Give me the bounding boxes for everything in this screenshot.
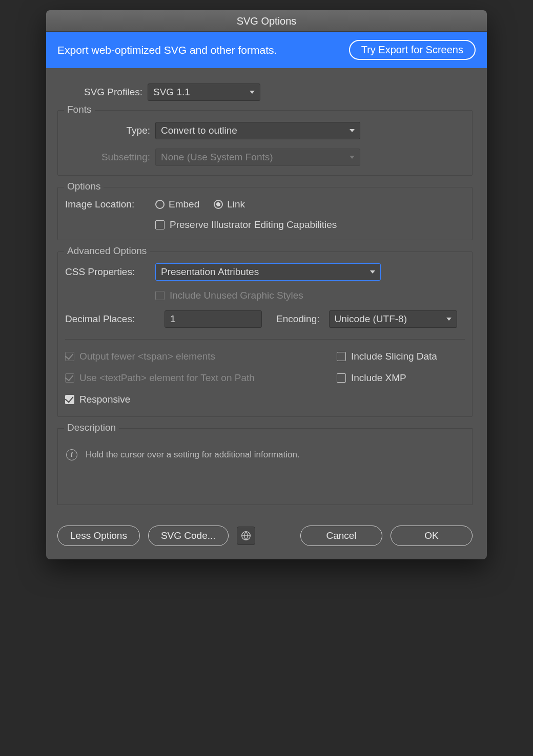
fonts-subsetting-select: None (Use System Fonts) [155, 149, 360, 166]
radio-icon [155, 200, 165, 209]
include-unused-styles-checkbox: Include Unused Graphic Styles [155, 290, 303, 301]
include-slicing-data-checkbox[interactable]: Include Slicing Data [337, 351, 465, 362]
checkbox-checked-icon [65, 352, 74, 361]
css-properties-label: CSS Properties: [65, 266, 155, 278]
description-hint: Hold the cursor over a setting for addit… [86, 450, 300, 460]
description-fieldset: Description i Hold the cursor over a set… [57, 428, 473, 505]
encoding-label: Encoding: [276, 313, 320, 325]
cancel-button[interactable]: Cancel [300, 526, 382, 546]
divider [65, 339, 465, 340]
dialog-footer: Less Options SVG Code... Cancel OK [57, 526, 473, 546]
fonts-type-value: Convert to outline [161, 125, 237, 136]
svg-profiles-select[interactable]: SVG 1.1 [148, 83, 260, 101]
advanced-options-fieldset: Advanced Options CSS Properties: Present… [57, 251, 473, 417]
encoding-select[interactable]: Unicode (UTF-8) [329, 310, 457, 328]
svg-profiles-value: SVG 1.1 [153, 87, 190, 98]
encoding-value: Unicode (UTF-8) [335, 313, 407, 325]
output-fewer-tspan-checkbox: Output fewer <tspan> elements [65, 351, 255, 362]
include-xmp-label: Include XMP [351, 372, 406, 384]
chevron-down-icon [350, 156, 355, 159]
preserve-editing-label: Preserve Illustrator Editing Capabilitie… [170, 219, 337, 230]
fonts-subsetting-label: Subsetting: [65, 152, 155, 163]
export-banner: Export web-optimized SVG and other forma… [46, 32, 487, 68]
description-legend: Description [64, 422, 119, 433]
less-options-button[interactable]: Less Options [57, 526, 140, 546]
include-unused-label: Include Unused Graphic Styles [170, 290, 303, 301]
include-slicing-label: Include Slicing Data [351, 351, 437, 362]
banner-text: Export web-optimized SVG and other forma… [57, 44, 277, 56]
options-legend: Options [64, 181, 104, 192]
ok-button[interactable]: OK [391, 526, 473, 546]
checkbox-icon [337, 373, 346, 383]
try-export-for-screens-button[interactable]: Try Export for Screens [349, 40, 476, 60]
include-xmp-checkbox[interactable]: Include XMP [337, 372, 465, 384]
chevron-down-icon [250, 91, 255, 94]
advanced-legend: Advanced Options [64, 245, 150, 257]
css-properties-select[interactable]: Presentation Attributes [155, 263, 381, 281]
preserve-editing-checkbox[interactable]: Preserve Illustrator Editing Capabilitie… [155, 219, 337, 230]
decimal-places-input[interactable] [165, 310, 262, 328]
checkbox-icon [337, 352, 346, 361]
decimal-places-label: Decimal Places: [65, 313, 155, 325]
dialog-title: SVG Options [237, 15, 297, 27]
dialog-body: SVG Profiles: SVG 1.1 Fonts Type: Conver… [46, 68, 487, 559]
globe-icon [240, 530, 252, 541]
chevron-down-icon [370, 270, 375, 274]
link-label: Link [227, 199, 245, 210]
css-properties-value: Presentation Attributes [161, 266, 259, 278]
preview-in-browser-button[interactable] [237, 527, 255, 545]
checkbox-checked-icon [65, 373, 74, 383]
image-location-label: Image Location: [65, 199, 155, 210]
fonts-type-select[interactable]: Convert to outline [155, 122, 360, 139]
checkbox-icon [155, 291, 165, 300]
responsive-label: Responsive [79, 394, 130, 405]
chevron-down-icon [350, 129, 355, 132]
use-textpath-checkbox: Use <textPath> element for Text on Path [65, 372, 255, 384]
fonts-subsetting-value: None (Use System Fonts) [161, 152, 273, 163]
fonts-type-label: Type: [65, 125, 155, 136]
responsive-checkbox[interactable]: Responsive [65, 394, 255, 405]
image-location-link-radio[interactable]: Link [214, 199, 245, 210]
use-textpath-label: Use <textPath> element for Text on Path [79, 372, 255, 384]
options-fieldset: Options Image Location: Embed Link [57, 187, 473, 240]
radio-icon [214, 200, 223, 209]
svg-options-dialog: SVG Options Export web-optimized SVG and… [46, 10, 487, 559]
embed-label: Embed [169, 199, 199, 210]
checkbox-icon [155, 220, 165, 229]
info-icon: i [66, 449, 77, 460]
svg-code-button[interactable]: SVG Code... [148, 526, 229, 546]
output-fewer-tspan-label: Output fewer <tspan> elements [79, 351, 215, 362]
image-location-embed-radio[interactable]: Embed [155, 199, 199, 210]
chevron-down-icon [446, 318, 452, 321]
titlebar: SVG Options [46, 10, 487, 32]
checkbox-checked-icon [65, 395, 74, 404]
fonts-legend: Fonts [64, 104, 95, 115]
svg-profiles-label: SVG Profiles: [57, 87, 148, 98]
fonts-fieldset: Fonts Type: Convert to outline Subsettin… [57, 110, 473, 176]
